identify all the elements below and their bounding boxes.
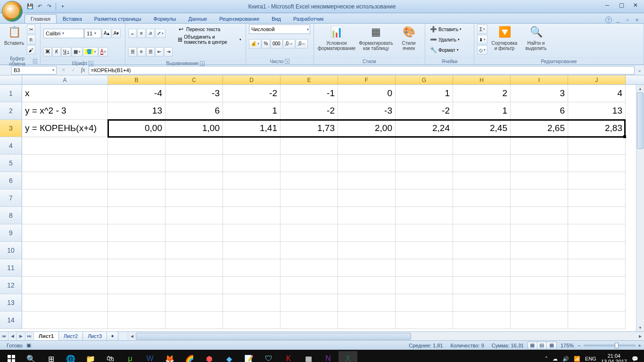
- cell-D6[interactable]: [223, 172, 281, 189]
- format-cells-button[interactable]: 🔧Формат▾: [428, 45, 463, 55]
- cell-G10[interactable]: [396, 242, 453, 259]
- cell-G7[interactable]: [396, 189, 453, 207]
- cell-C1[interactable]: -3: [165, 85, 223, 102]
- wrap-text-button[interactable]: ↩Перенос текста: [176, 25, 243, 34]
- cell-D2[interactable]: 1: [223, 102, 281, 120]
- cell-F1[interactable]: 0: [338, 85, 396, 102]
- cell-A4[interactable]: [22, 137, 108, 155]
- cell-I7[interactable]: [511, 189, 568, 207]
- app-icon-2[interactable]: ◆: [220, 351, 239, 362]
- zoom-level[interactable]: 175%: [557, 343, 578, 348]
- cell-B11[interactable]: [108, 259, 165, 277]
- fill-color-button[interactable]: 🪣: [83, 47, 98, 57]
- edge-icon[interactable]: 🌐: [61, 351, 80, 362]
- cell-J9[interactable]: [568, 224, 626, 242]
- cell-G4[interactable]: [396, 137, 453, 155]
- font-color-button[interactable]: A: [99, 47, 108, 57]
- delete-cells-button[interactable]: ➖Удалить▾: [428, 35, 463, 44]
- cell-C7[interactable]: [165, 189, 223, 207]
- shrink-font-button[interactable]: A▾: [112, 29, 121, 38]
- cell-B4[interactable]: [108, 137, 165, 155]
- cell-C14[interactable]: [165, 312, 223, 329]
- comma-button[interactable]: 000: [271, 39, 282, 49]
- cell-J4[interactable]: [568, 137, 626, 155]
- bold-button[interactable]: Ж: [43, 47, 52, 57]
- page-layout-view-button[interactable]: ▤: [537, 342, 547, 349]
- new-sheet-button[interactable]: ✦: [107, 332, 118, 340]
- decrease-decimal-button[interactable]: ,0←: [296, 39, 308, 49]
- sheet-nav-prev-icon[interactable]: ◀: [8, 332, 17, 340]
- zoom-in-button[interactable]: +: [638, 343, 641, 348]
- column-header-A[interactable]: A: [22, 75, 108, 84]
- scroll-up-icon[interactable]: ▲: [636, 85, 644, 92]
- cell-F11[interactable]: [338, 259, 396, 277]
- cell-I14[interactable]: [511, 312, 568, 329]
- cell-B2[interactable]: 13: [108, 102, 165, 120]
- cell-A5[interactable]: [22, 155, 108, 172]
- number-format-combo[interactable]: Числовой▾: [249, 25, 310, 34]
- chrome-icon[interactable]: 🌈: [180, 351, 199, 362]
- tray-network-icon[interactable]: 📶: [574, 356, 580, 362]
- scroll-right-icon[interactable]: ▶: [636, 334, 644, 338]
- sheet-tab-1[interactable]: Лист1: [34, 332, 59, 340]
- tab-layout[interactable]: Разметка страницы: [88, 14, 148, 23]
- cell-J3[interactable]: 2,83: [568, 120, 626, 137]
- hscroll-thumb[interactable]: [136, 333, 411, 340]
- notepadpp-icon[interactable]: 📝: [239, 351, 258, 362]
- zoom-slider[interactable]: [584, 345, 636, 346]
- column-header-E[interactable]: E: [281, 75, 338, 84]
- cell-A8[interactable]: [22, 207, 108, 224]
- cell-J14[interactable]: [568, 312, 626, 329]
- cell-F3[interactable]: 2,00: [338, 120, 396, 137]
- cell-C9[interactable]: [165, 224, 223, 242]
- redo-icon[interactable]: ↷: [45, 3, 53, 10]
- align-top-button[interactable]: ⫠: [128, 29, 137, 38]
- sheet-nav-last-icon[interactable]: ⏭: [25, 332, 34, 340]
- cell-A6[interactable]: [22, 172, 108, 189]
- cell-B6[interactable]: [108, 172, 165, 189]
- cell-D3[interactable]: 1,41: [223, 120, 281, 137]
- cell-A1[interactable]: x: [22, 85, 108, 102]
- firefox-icon[interactable]: 🦊: [160, 351, 179, 362]
- cell-D1[interactable]: -2: [223, 85, 281, 102]
- cell-A2[interactable]: y = x^2 - 3: [22, 102, 108, 120]
- excel-icon[interactable]: X: [339, 351, 357, 362]
- cell-J5[interactable]: [568, 155, 626, 172]
- cell-C5[interactable]: [165, 155, 223, 172]
- word-icon[interactable]: W: [140, 351, 159, 362]
- cell-H14[interactable]: [453, 312, 511, 329]
- cell-A10[interactable]: [22, 242, 108, 259]
- cell-J2[interactable]: 13: [568, 102, 626, 120]
- cell-G13[interactable]: [396, 294, 453, 312]
- clear-button[interactable]: ◇: [477, 45, 487, 55]
- cell-J11[interactable]: [568, 259, 626, 277]
- cell-D5[interactable]: [223, 155, 281, 172]
- cell-D11[interactable]: [223, 259, 281, 277]
- tab-insert[interactable]: Вставка: [57, 14, 88, 23]
- cell-G12[interactable]: [396, 277, 453, 294]
- cell-D7[interactable]: [223, 189, 281, 207]
- office-button[interactable]: [2, 1, 23, 22]
- cell-J1[interactable]: 4: [568, 85, 626, 102]
- sheet-tab-2[interactable]: Лист2: [59, 332, 83, 340]
- app-icon-1[interactable]: ⬢: [200, 351, 219, 362]
- cell-A12[interactable]: [22, 277, 108, 294]
- cell-E10[interactable]: [281, 242, 338, 259]
- align-middle-button[interactable]: ≡: [137, 29, 146, 38]
- cell-C8[interactable]: [165, 207, 223, 224]
- cell-H4[interactable]: [453, 137, 511, 155]
- sheet-nav-next-icon[interactable]: ▶: [17, 332, 25, 340]
- cell-B3[interactable]: 0,00: [108, 120, 165, 137]
- start-button[interactable]: [2, 351, 21, 362]
- find-select-button[interactable]: 🔍Найти и выделить: [521, 25, 551, 51]
- cell-I4[interactable]: [511, 137, 568, 155]
- cell-A11[interactable]: [22, 259, 108, 277]
- cell-B13[interactable]: [108, 294, 165, 312]
- cell-I11[interactable]: [511, 259, 568, 277]
- scroll-down-icon[interactable]: ▼: [636, 324, 644, 331]
- row-header-2[interactable]: 2: [0, 102, 22, 120]
- cell-H9[interactable]: [453, 224, 511, 242]
- cell-F4[interactable]: [338, 137, 396, 155]
- cell-F13[interactable]: [338, 294, 396, 312]
- cell-E1[interactable]: -1: [281, 85, 338, 102]
